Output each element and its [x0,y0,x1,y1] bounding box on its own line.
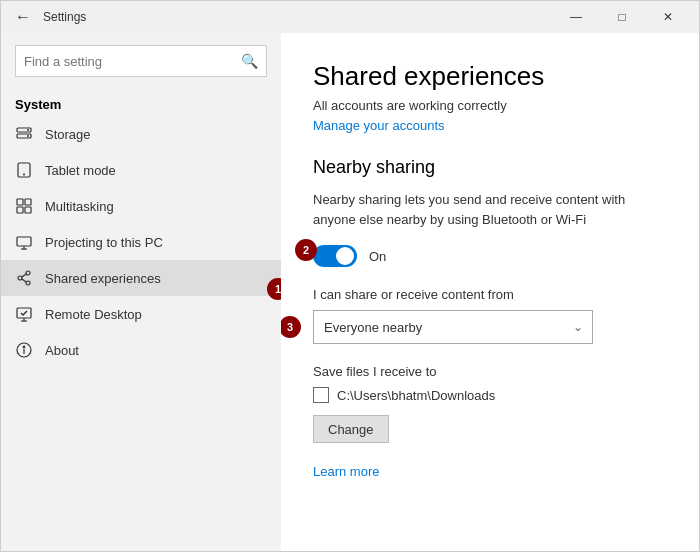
share-dropdown[interactable]: Everyone nearby My devices only [313,310,593,344]
learn-more-link[interactable]: Learn more [313,464,379,479]
projecting-icon [15,233,33,251]
svg-point-2 [27,129,29,131]
change-button[interactable]: Change [313,415,389,443]
svg-rect-9 [25,207,31,213]
file-path-text: C:\Users\bhatm\Downloads [337,388,495,403]
svg-rect-7 [25,199,31,205]
projecting-label: Projecting to this PC [45,235,163,250]
svg-line-16 [22,274,26,277]
nearby-sharing-desc: Nearby sharing lets you send and receive… [313,190,667,229]
back-button[interactable]: ← [9,3,37,31]
sidebar: 🔍 System Storage Tablet mode Multita [1,33,281,551]
manage-accounts-link[interactable]: Manage your accounts [313,118,445,133]
app-body: 🔍 System Storage Tablet mode Multita [1,33,699,551]
toggle-label: On [369,249,386,264]
maximize-button[interactable]: □ [599,1,645,33]
nearby-sharing-toggle[interactable] [313,245,357,267]
sidebar-item-multitasking[interactable]: Multitasking [1,188,281,224]
page-title: Shared experiences [313,61,667,92]
search-input[interactable] [24,54,241,69]
multitasking-label: Multitasking [45,199,114,214]
tablet-label: Tablet mode [45,163,116,178]
save-files-label: Save files I receive to [313,364,667,379]
svg-point-14 [18,276,22,280]
search-box[interactable]: 🔍 [15,45,267,77]
minimize-button[interactable]: — [553,1,599,33]
sidebar-item-projecting[interactable]: Projecting to this PC [1,224,281,260]
back-icon: ← [15,8,31,26]
window-title: Settings [43,10,553,24]
about-icon [15,341,33,359]
search-icon: 🔍 [241,53,258,69]
svg-point-3 [27,135,29,137]
sidebar-item-storage[interactable]: Storage [1,116,281,152]
window-controls: — □ ✕ [553,1,691,33]
title-bar: ← Settings — □ ✕ [1,1,699,33]
sidebar-item-shared-experiences[interactable]: Shared experiences 1 [1,260,281,296]
storage-label: Storage [45,127,91,142]
storage-icon [15,125,33,143]
sidebar-item-remote-desktop[interactable]: Remote Desktop [1,296,281,332]
svg-rect-8 [17,207,23,213]
svg-rect-6 [17,199,23,205]
svg-rect-10 [17,237,31,246]
nearby-sharing-title: Nearby sharing [313,157,667,178]
share-from-label: I can share or receive content from [313,287,667,302]
remote-desktop-icon [15,305,33,323]
sidebar-item-about[interactable]: About [1,332,281,368]
svg-point-13 [26,271,30,275]
multitasking-icon [15,197,33,215]
sidebar-section-system: System [1,89,281,116]
shared-experiences-label: Shared experiences [45,271,161,286]
svg-line-17 [22,279,26,282]
status-text: All accounts are working correctly [313,98,667,113]
file-path-checkbox[interactable] [313,387,329,403]
sidebar-item-tablet-mode[interactable]: Tablet mode [1,152,281,188]
svg-point-15 [26,281,30,285]
share-dropdown-wrapper[interactable]: Everyone nearby My devices only ⌄ 3 [313,310,593,344]
toggle-row: On 2 [313,245,667,267]
svg-point-23 [23,346,25,348]
shared-experiences-icon [15,269,33,287]
close-button[interactable]: ✕ [645,1,691,33]
settings-window: ← Settings — □ ✕ 🔍 System Storage [0,0,700,552]
file-path-row: C:\Users\bhatm\Downloads [313,387,667,403]
annotation-3: 3 [281,316,301,338]
tablet-icon [15,161,33,179]
main-panel: Shared experiences All accounts are work… [281,33,699,551]
remote-desktop-label: Remote Desktop [45,307,142,322]
about-label: About [45,343,79,358]
